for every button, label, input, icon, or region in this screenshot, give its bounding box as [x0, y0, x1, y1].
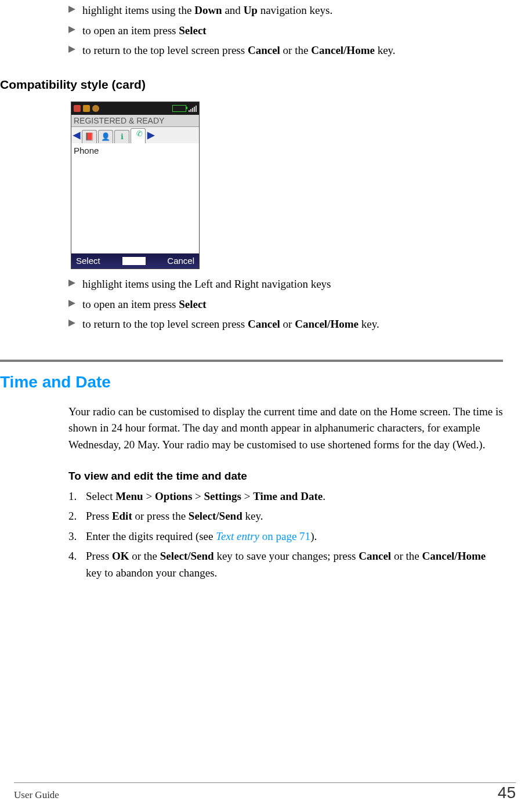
section-title-time-and-date: Time and Date — [0, 370, 509, 394]
bullet-text: to open an item press Select — [82, 296, 503, 313]
heading-compatibility-style: Compatibility style (card) — [0, 75, 503, 94]
numbered-steps: Select Menu > Options > Settings > Time … — [68, 488, 503, 582]
bullet-item: to open an item press Select — [68, 296, 503, 313]
step-item: Press OK or the Select/Send key to save … — [68, 548, 503, 581]
arrow-icon — [68, 6, 79, 13]
bullet-list-1: highlight items using the Down and Up na… — [68, 2, 503, 59]
step-item: Enter the digits required (see Text entr… — [68, 528, 503, 545]
arrow-icon — [68, 46, 79, 53]
chevron-right-icon: ▶ — [147, 128, 155, 142]
svg-marker-4 — [68, 300, 75, 307]
arrow-icon — [68, 320, 79, 327]
bullet-item: to return to the top level screen press … — [68, 316, 503, 333]
footer-label: User Guide — [14, 788, 59, 803]
page-footer: User Guide 45 — [14, 781, 516, 805]
bullet-item: to return to the top level screen press … — [68, 42, 503, 59]
flag-icon — [74, 105, 81, 112]
bullet-text: highlight items using the Left and Right… — [82, 276, 503, 293]
svg-marker-5 — [68, 320, 75, 327]
phone-status-bar — [71, 102, 199, 115]
softkey-left: Select — [76, 255, 100, 268]
arrow-icon — [68, 280, 79, 287]
intro-paragraph: Your radio can be customised to display … — [68, 404, 503, 454]
calendar-icon — [83, 105, 90, 112]
phone-status-text: REGISTERED & READY — [71, 115, 199, 127]
battery-icon — [172, 105, 186, 112]
phone-tab: ℹ — [114, 130, 129, 143]
bullet-text: highlight items using the Down and Up na… — [82, 2, 503, 19]
bullet-item: to open an item press Select — [68, 23, 503, 39]
svg-marker-1 — [68, 26, 75, 33]
user-icon — [92, 105, 99, 112]
svg-marker-2 — [68, 46, 75, 53]
heading-view-edit: To view and edit the time and date — [68, 468, 503, 485]
step-item: Select Menu > Options > Settings > Time … — [68, 488, 503, 505]
phone-tab-row: ◀ 📕 👤 ℹ ✆ ▶ — [71, 127, 199, 143]
footer-page-number: 45 — [498, 781, 516, 805]
softkey-center-gap — [122, 257, 146, 265]
bullet-text: to return to the top level screen press … — [82, 316, 503, 333]
phone-tab: 📕 — [82, 130, 97, 143]
bullet-item: highlight items using the Down and Up na… — [68, 2, 503, 19]
softkey-right: Cancel — [167, 255, 194, 268]
link-text-entry[interactable]: Text entry on page 71 — [216, 530, 310, 542]
bullet-text: to open an item press Select — [82, 23, 503, 39]
signal-icon — [189, 105, 197, 112]
svg-marker-3 — [68, 280, 75, 287]
bullet-item: highlight items using the Left and Right… — [68, 276, 503, 293]
bullet-text: to return to the top level screen press … — [82, 42, 503, 59]
arrow-icon — [68, 26, 79, 33]
chevron-left-icon: ◀ — [73, 128, 81, 142]
phone-tab: 👤 — [98, 130, 113, 143]
phone-body-label: Phone — [71, 143, 199, 159]
step-item: Press Edit or press the Select/Send key. — [68, 508, 503, 525]
phone-screenshot: REGISTERED & READY ◀ 📕 👤 ℹ ✆ ▶ Phone Sel… — [71, 102, 200, 269]
bullet-list-2: highlight items using the Left and Right… — [68, 276, 503, 333]
svg-marker-0 — [68, 6, 75, 13]
phone-softkeys: Select Cancel — [71, 253, 199, 269]
phone-tab-active: ✆ — [131, 128, 146, 143]
phone-body: Phone — [71, 143, 199, 253]
arrow-icon — [68, 300, 79, 307]
section-divider — [0, 360, 503, 362]
